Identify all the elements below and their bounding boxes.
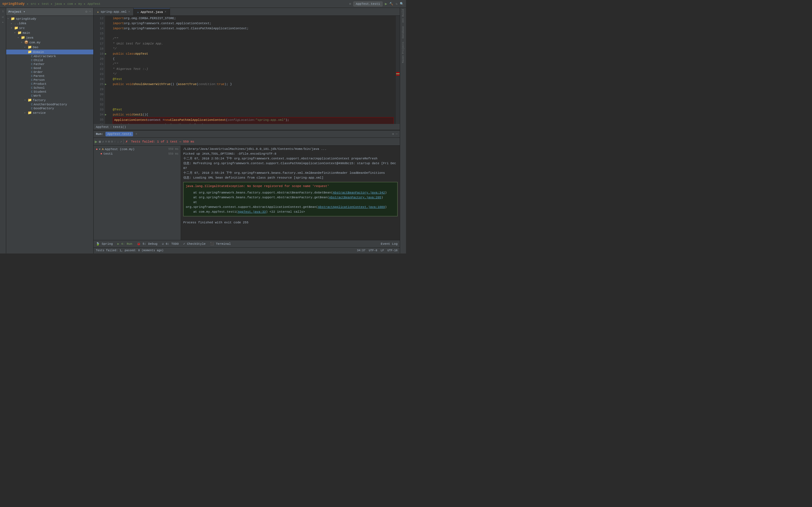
breadcrumb-apptest[interactable]: AppTest [96, 125, 109, 129]
run-play-icon[interactable]: ▶ [95, 139, 98, 145]
expand-all-icon[interactable]: ⊞ [108, 140, 110, 144]
tree-item-abstractwork[interactable]: ▸ C AbstractWork [6, 54, 93, 58]
code-editor[interactable]: 12 13 14 15 16 17 18 19 20 21 22 23 24 2… [94, 16, 400, 124]
code-line-17: * Unit test for simple App. [113, 41, 394, 46]
event-log-link[interactable]: Event Log [381, 242, 398, 245]
build-icon[interactable]: 🔨 [389, 2, 393, 6]
run-config[interactable]: AppTest.test1 [353, 1, 383, 6]
tab-apptest-java[interactable]: ☕ AppTest.java × [134, 8, 170, 15]
test-fail-dot: ● [96, 148, 98, 151]
console-line-cn1: 十二月 07, 2018 2:55:24 下午 org.springframew… [183, 156, 398, 161]
up-arrow-icon[interactable]: ↑ [114, 140, 116, 144]
bottom-tab-bar: Run: AppTest.test1 × ⚙ — [94, 130, 400, 138]
tree-item-order[interactable]: ▸ C Order [6, 70, 93, 74]
refresh-icon[interactable]: ↻ [396, 2, 398, 6]
right-strip: Ant Build Database Maven Projects [400, 8, 406, 253]
checkstyle-tab[interactable]: ✓ CheckStyle [183, 242, 206, 245]
code-line-12: import org.omg.CORBA.PERSIST_STORE; [113, 16, 394, 21]
code-line-14: import org.springframework.context.suppo… [113, 26, 394, 31]
xml-file-icon: ✦ [97, 10, 99, 14]
tree-item-good[interactable]: ▸ C Good [6, 66, 93, 70]
structure-strip-icon[interactable]: S [2, 15, 4, 19]
collapse-icon[interactable]: — [89, 10, 91, 14]
run-minimize-icon[interactable]: — [396, 132, 398, 136]
tree-item-person[interactable]: ▸ C Person [6, 78, 93, 82]
code-line-21: /** [113, 61, 394, 66]
run-settings-icon[interactable]: ⚙ [392, 132, 394, 136]
test-apptest-duration: 559 ms [168, 148, 179, 151]
tab-label-xml: spring-app.xml [101, 10, 126, 13]
project-strip-icon[interactable]: 1 [2, 9, 4, 14]
test-fail-icon: ✗ [125, 139, 128, 144]
tree-item-child[interactable]: ▸ C Child [6, 58, 93, 62]
tree-item-goodfactory[interactable]: ▸ C GoodFactory [6, 107, 93, 110]
run-tab-bottom[interactable]: ▶ 4: Run [117, 242, 132, 245]
database-strip[interactable]: Database [402, 26, 405, 38]
tree-item-anothergoodfactory[interactable]: ▸ C AnotherGoodFactory [6, 103, 93, 107]
test-tree-apptest[interactable]: ● ▾ A AppTest (com.my) 559 ms [94, 147, 181, 152]
code-content[interactable]: import org.omg.CORBA.PERSIST_STORE; impo… [110, 16, 396, 124]
search-icon[interactable]: 🔍 [400, 2, 404, 6]
any-build-strip[interactable]: Ant Build [402, 9, 405, 23]
titlebar: springStudy ▸ src ▸ test ▸ java ▸ com ▸ … [0, 0, 406, 8]
tree-item-src[interactable]: ▾ 📁 src [6, 25, 93, 31]
tree-item-service[interactable]: ▸ 📁 service [6, 110, 93, 115]
tree-item-parent[interactable]: ▸ C Parent [6, 74, 93, 78]
tree-item-student[interactable]: ▸ C Student [6, 90, 93, 94]
main-layout: 1 S ★ Project ▾ ⚙ — ▾ 📁 springStudy ▸ . [0, 8, 406, 253]
console-line-java-bin: /Library/Java/JavaVirtualMachines/jdk1.8… [183, 147, 398, 152]
stack-line-3: at org.springframework.context.support.A… [186, 200, 395, 210]
export-icon[interactable]: ↗ [120, 140, 122, 144]
toggle-sort-icon[interactable]: ≡ [105, 140, 107, 144]
project-tree: ▾ 📁 springStudy ▸ . .idea ▾ 📁 src ▾ 📁 ma [6, 16, 93, 253]
debug-tab[interactable]: 🐞 5: Debug [137, 242, 157, 245]
tree-item-idea[interactable]: ▸ . .idea [6, 21, 93, 25]
tree-item-main[interactable]: ▾ 📁 main [6, 31, 93, 35]
favorites-strip-icon[interactable]: ★ [2, 20, 4, 25]
run-green-icon[interactable]: ▶ [385, 1, 387, 6]
code-line-30: @Test [113, 107, 394, 112]
tree-item-work[interactable]: ▸ C Work [6, 94, 93, 98]
tree-item-commy[interactable]: ▾ 📦 com.my [6, 40, 93, 45]
tree-item-school[interactable]: ▸ C School [6, 86, 93, 90]
tree-item-java[interactable]: ▾ 📁 java [6, 35, 93, 40]
run-label: Run: [96, 132, 103, 136]
tab-spring-xml[interactable]: ✦ spring-app.xml × [94, 8, 134, 15]
terminal-tab[interactable]: ⬛ Terminal [210, 242, 231, 245]
console-output: /Library/Java/JavaVirtualMachines/jdk1.8… [181, 146, 400, 240]
tab-close-xml[interactable]: × [128, 10, 130, 13]
spring-tab[interactable]: 🍃 Spring [96, 242, 113, 245]
test-tree-test1[interactable]: ● test1 559 ms [94, 152, 181, 156]
rerun-failed-icon[interactable]: ↺ [102, 140, 104, 144]
test1-duration: 559 ms [168, 152, 179, 156]
console-line-cn2: 十二月 07, 2018 2:55:24 下午 org.springframew… [183, 171, 398, 175]
code-line-31: public void test1(){ [113, 112, 394, 117]
settings-icon[interactable]: ⚙ [349, 2, 351, 6]
status-lf: LF [380, 249, 384, 252]
maven-strip[interactable]: Maven Projects [402, 42, 405, 63]
down-arrow-icon[interactable]: ↓ [117, 140, 119, 144]
tab-close-java[interactable]: × [165, 10, 166, 13]
status-position: 34:37 [357, 249, 365, 252]
line-numbers: 12 13 14 15 16 17 18 19 20 21 22 23 24 2… [94, 16, 105, 124]
gear-icon[interactable]: ⚙ [86, 10, 87, 14]
tree-item-product[interactable]: ▸ C Product [6, 82, 93, 86]
tree-item-father[interactable]: ▸ C Father [6, 62, 93, 66]
tab-label-java: AppTest.java [141, 10, 163, 14]
tree-item-dao[interactable]: ▸ 📁 Dao [6, 45, 93, 50]
run-tab-close[interactable]: × [135, 132, 137, 136]
console-process-end: Process finished with exit code 255 [183, 220, 398, 225]
code-line-24: @Test [113, 76, 394, 82]
breadcrumb-test1[interactable]: test1() [113, 125, 126, 129]
code-line-27 [113, 92, 394, 97]
run-stop-icon[interactable]: ◼ [99, 139, 101, 144]
todo-tab[interactable]: ☑ 6: TODO [162, 242, 179, 245]
code-line-29 [113, 102, 394, 107]
tree-item-domain[interactable]: ▾ 📁 domain [6, 50, 93, 54]
code-line-15 [113, 31, 394, 36]
tab-run[interactable]: AppTest.test1 [105, 132, 133, 136]
collapse-all-icon[interactable]: ⊟ [111, 140, 113, 144]
tree-item-factory[interactable]: ▾ 📁 factory [6, 98, 93, 103]
code-line-13: import org.springframework.context.Appli… [113, 21, 394, 26]
tree-item-springstudy[interactable]: ▾ 📁 springStudy [6, 16, 93, 21]
